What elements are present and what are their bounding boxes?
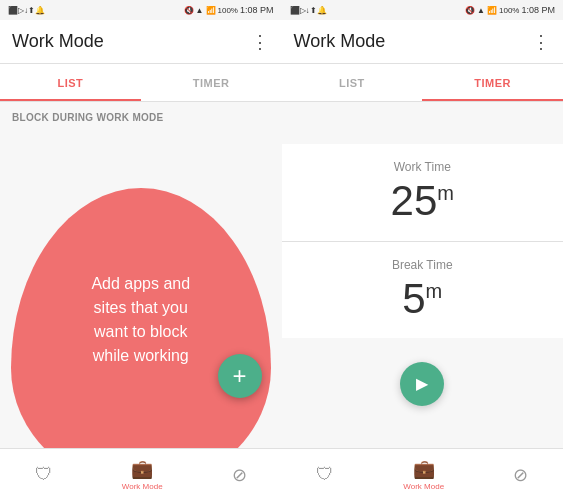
right-nav-workmode-label: Work Mode bbox=[403, 482, 444, 491]
right-tabs: LIST TIMER bbox=[282, 64, 564, 102]
right-status-icons: ⬛▷↓⬆🔔 bbox=[290, 6, 327, 15]
right-nav-block[interactable]: ⊘ bbox=[513, 464, 528, 486]
play-button[interactable]: ▶ bbox=[400, 362, 444, 406]
right-battery-icon: 100% bbox=[499, 6, 519, 15]
break-time-label: Break Time bbox=[392, 258, 453, 272]
left-status-bar: ⬛▷↓⬆🔔 🔇 ▲ 📶 100% 1:08 PM bbox=[0, 0, 282, 20]
left-time: 1:08 PM bbox=[240, 5, 274, 15]
left-mute-icon: 🔇 bbox=[184, 6, 194, 15]
shield-icon: 🛡 bbox=[35, 464, 53, 485]
right-tab-timer[interactable]: TIMER bbox=[422, 64, 563, 101]
break-time-value: 5m bbox=[402, 276, 442, 322]
left-tabs: LIST TIMER bbox=[0, 64, 282, 102]
left-status-icons: ⬛▷↓⬆🔔 bbox=[8, 6, 45, 15]
right-nav-workmode[interactable]: 💼 Work Mode bbox=[403, 458, 444, 491]
left-nav-workmode[interactable]: 💼 Work Mode bbox=[122, 458, 163, 491]
left-nav-shield[interactable]: 🛡 bbox=[35, 464, 53, 485]
right-tab-list[interactable]: LIST bbox=[282, 64, 423, 101]
break-time-section: Break Time 5m bbox=[282, 242, 564, 338]
notification-icons: ⬛▷↓⬆🔔 bbox=[8, 6, 45, 15]
work-time-section: Work Time 25m bbox=[282, 144, 564, 241]
right-shield-icon: 🛡 bbox=[316, 464, 334, 485]
left-phone-panel: ⬛▷↓⬆🔔 🔇 ▲ 📶 100% 1:08 PM Work Mode ⋮ LIS… bbox=[0, 0, 282, 500]
left-app-bar: Work Mode ⋮ bbox=[0, 20, 282, 64]
right-status-bar: ⬛▷↓⬆🔔 🔇 ▲ 📶 100% 1:08 PM bbox=[282, 0, 564, 20]
right-bottom-nav: 🛡 💼 Work Mode ⊘ bbox=[282, 448, 564, 500]
right-app-title: Work Mode bbox=[294, 31, 386, 52]
right-more-button[interactable]: ⋮ bbox=[532, 31, 551, 53]
work-time-label: Work Time bbox=[394, 160, 451, 174]
blob-area: Add apps andsites that youwant to blockw… bbox=[0, 132, 282, 448]
right-notification-icons: ⬛▷↓⬆🔔 bbox=[290, 6, 327, 15]
right-time: 1:08 PM bbox=[521, 5, 555, 15]
block-section-label: BLOCK DURING WORK MODE bbox=[0, 102, 282, 131]
left-battery-icon: 100% bbox=[218, 6, 238, 15]
right-mute-icon: 🔇 bbox=[465, 6, 475, 15]
left-tab-list[interactable]: LIST bbox=[0, 64, 141, 101]
break-time-unit: m bbox=[426, 280, 443, 302]
left-signal-icon: ▲ bbox=[196, 6, 204, 15]
right-status-right: 🔇 ▲ 📶 100% 1:08 PM bbox=[465, 5, 555, 15]
left-bottom-nav: 🛡 💼 Work Mode ⊘ bbox=[0, 448, 282, 500]
work-time-value: 25m bbox=[391, 178, 454, 224]
right-nav-shield[interactable]: 🛡 bbox=[316, 464, 334, 485]
work-time-unit: m bbox=[437, 182, 454, 204]
blob-text: Add apps andsites that youwant to blockw… bbox=[91, 272, 190, 368]
left-status-right: 🔇 ▲ 📶 100% 1:08 PM bbox=[184, 5, 274, 15]
right-signal-icon: ▲ bbox=[477, 6, 485, 15]
right-phone-panel: ⬛▷↓⬆🔔 🔇 ▲ 📶 100% 1:08 PM Work Mode ⋮ LIS… bbox=[282, 0, 564, 500]
left-more-button[interactable]: ⋮ bbox=[251, 31, 270, 53]
right-block-icon: ⊘ bbox=[513, 464, 528, 486]
left-nav-workmode-label: Work Mode bbox=[122, 482, 163, 491]
right-app-bar: Work Mode ⋮ bbox=[282, 20, 564, 64]
left-nav-block[interactable]: ⊘ bbox=[232, 464, 247, 486]
add-fab-button[interactable]: + bbox=[218, 354, 262, 398]
block-icon: ⊘ bbox=[232, 464, 247, 486]
timer-sections-wrapper: Work Time 25m Break Time 5m bbox=[282, 144, 564, 337]
right-wifi-icon: 📶 bbox=[487, 6, 497, 15]
left-app-title: Work Mode bbox=[12, 31, 104, 52]
workmode-icon: 💼 bbox=[131, 458, 153, 480]
right-workmode-icon: 💼 bbox=[413, 458, 435, 480]
left-wifi-icon: 📶 bbox=[206, 6, 216, 15]
timer-content: Work Time 25m Break Time 5m ▶ bbox=[282, 102, 564, 448]
left-content: BLOCK DURING WORK MODE Add apps andsites… bbox=[0, 102, 282, 448]
left-tab-timer[interactable]: TIMER bbox=[141, 64, 282, 101]
